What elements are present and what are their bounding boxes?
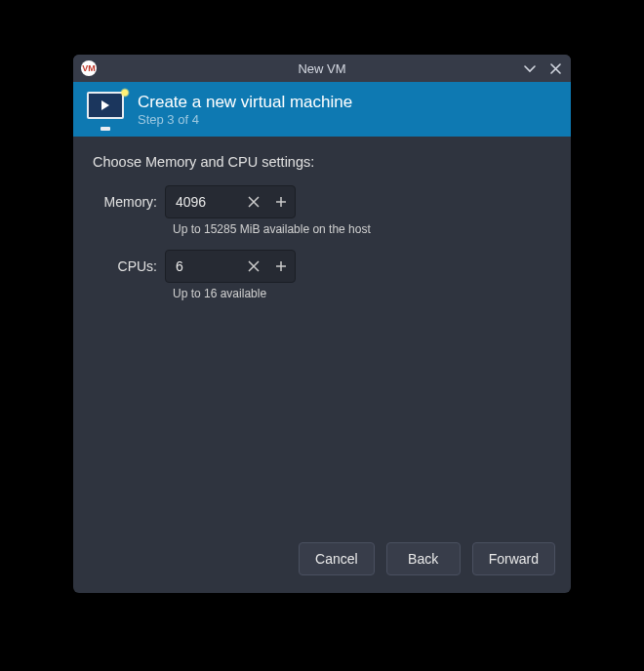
cpus-clear-button[interactable] [240,251,267,282]
memory-hint: Up to 15285 MiB available on the host [173,222,551,236]
cpus-hint: Up to 16 available [173,287,551,300]
dialog-window: VM New VM Create a new virtual machine S… [73,55,571,593]
memory-row: Memory: [93,185,551,218]
cpus-spinbox [165,250,296,283]
memory-increment-button[interactable] [267,186,295,217]
section-heading: Choose Memory and CPU settings: [93,154,551,170]
cpus-increment-button[interactable] [267,251,295,282]
app-icon: VM [81,60,97,76]
banner-text: Create a new virtual machine Step 3 of 4 [138,93,352,127]
vm-wizard-icon [87,92,126,127]
window-title: New VM [73,61,571,76]
close-button[interactable] [547,60,563,76]
window-controls [522,60,563,76]
cancel-button[interactable]: Cancel [299,542,375,575]
memory-label: Memory: [93,194,165,210]
banner-title: Create a new virtual machine [138,93,352,112]
form-body: Choose Memory and CPU settings: Memory: … [73,137,571,529]
cpus-row: CPUs: [93,250,551,283]
memory-spinbox [165,185,296,218]
forward-button[interactable]: Forward [472,542,555,575]
banner: Create a new virtual machine Step 3 of 4 [73,82,571,137]
memory-input[interactable] [166,194,240,210]
cpus-label: CPUs: [93,258,165,274]
titlebar: VM New VM [73,55,571,82]
memory-clear-button[interactable] [240,186,267,217]
banner-step: Step 3 of 4 [138,112,352,127]
back-button[interactable]: Back [386,542,461,575]
cpus-input[interactable] [166,258,240,274]
footer: Cancel Back Forward [73,529,571,593]
minimize-button[interactable] [522,60,538,76]
